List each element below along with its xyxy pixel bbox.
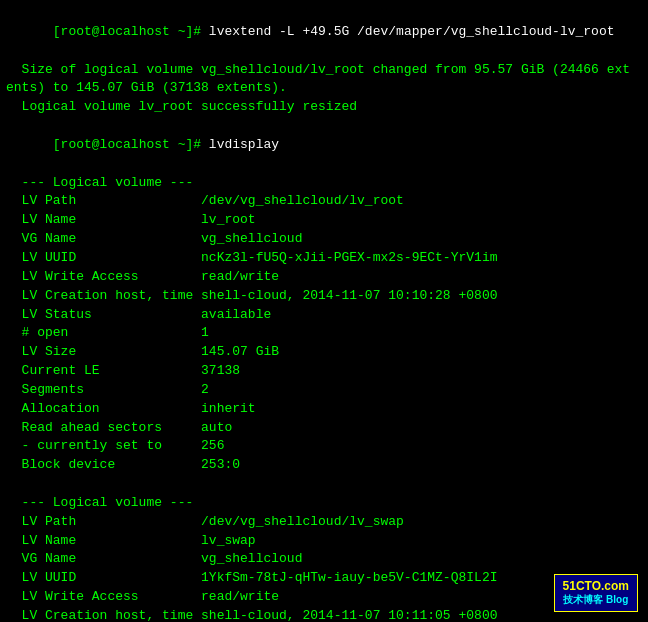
prompt-2: [root@localhost ~]# [53, 137, 209, 152]
line-19: Read ahead sectors auto [6, 419, 642, 438]
command-2: lvdisplay [209, 137, 279, 152]
line-6: --- Logical volume --- [6, 174, 642, 193]
line-3: ents) to 145.07 GiB (37138 extents). [6, 79, 642, 98]
line-24: LV Path /dev/vg_shellcloud/lv_swap [6, 513, 642, 532]
line-10: LV UUID ncKz3l-fU5Q-xJii-PGEX-mx2s-9ECt-… [6, 249, 642, 268]
command-1: lvextend -L +49.5G /dev/mapper/vg_shellc… [209, 24, 615, 39]
line-25: LV Name lv_swap [6, 532, 642, 551]
line-7: LV Path /dev/vg_shellcloud/lv_root [6, 192, 642, 211]
line-17: Segments 2 [6, 381, 642, 400]
watermark-badge: 51CTO.com 技术博客 Blog [554, 574, 638, 612]
line-8: LV Name lv_root [6, 211, 642, 230]
line-21: Block device 253:0 [6, 456, 642, 475]
line-13: LV Status available [6, 306, 642, 325]
line-23: --- Logical volume --- [6, 494, 642, 513]
line-4: Logical volume lv_root successfully resi… [6, 98, 642, 117]
terminal-window: [root@localhost ~]# lvextend -L +49.5G /… [0, 0, 648, 622]
prompt-1: [root@localhost ~]# [53, 24, 209, 39]
line-1: [root@localhost ~]# lvextend -L +49.5G /… [6, 4, 642, 61]
terminal-output: [root@localhost ~]# lvextend -L +49.5G /… [6, 4, 642, 622]
line-12: LV Creation host, time shell-cloud, 2014… [6, 287, 642, 306]
line-29: LV Creation host, time shell-cloud, 2014… [6, 607, 642, 622]
line-15: LV Size 145.07 GiB [6, 343, 642, 362]
watermark-sub: 技术博客 Blog [563, 593, 629, 607]
line-5: [root@localhost ~]# lvdisplay [6, 117, 642, 174]
line-14: # open 1 [6, 324, 642, 343]
line-11: LV Write Access read/write [6, 268, 642, 287]
line-16: Current LE 37138 [6, 362, 642, 381]
line-27: LV UUID 1YkfSm-78tJ-qHTw-iauy-be5V-C1MZ-… [6, 569, 642, 588]
line-28: LV Write Access read/write [6, 588, 642, 607]
watermark-main: 51CTO.com [563, 579, 629, 593]
line-22 [6, 475, 642, 494]
line-18: Allocation inherit [6, 400, 642, 419]
line-26: VG Name vg_shellcloud [6, 550, 642, 569]
line-2: Size of logical volume vg_shellcloud/lv_… [6, 61, 642, 80]
line-20: - currently set to 256 [6, 437, 642, 456]
line-9: VG Name vg_shellcloud [6, 230, 642, 249]
